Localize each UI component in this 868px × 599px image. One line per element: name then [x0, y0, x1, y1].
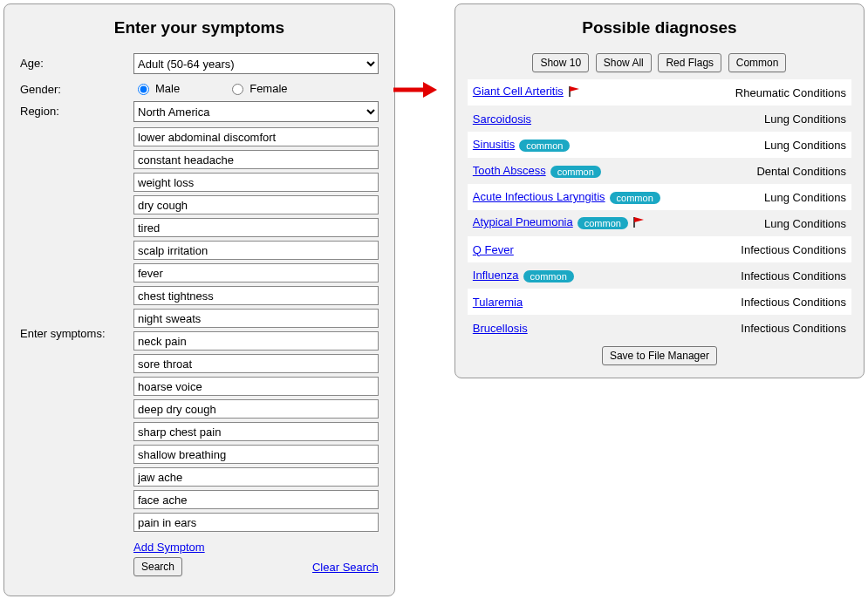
region-select[interactable]: North America — [133, 101, 379, 122]
region-label: Region: — [20, 101, 133, 118]
diagnoses-title: Possible diagnoses — [468, 18, 851, 37]
search-button[interactable]: Search — [133, 557, 182, 576]
filter-row: Show 10 Show All Red Flags Common — [468, 53, 851, 72]
symptom-input[interactable] — [133, 399, 379, 419]
diagnosis-row: Tooth AbscesscommonDental Conditions — [468, 158, 851, 184]
symptom-input[interactable] — [133, 286, 379, 305]
diagnosis-list: Giant Cell ArteritisRheumatic Conditions… — [468, 79, 851, 341]
diagnosis-category: Infectious Conditions — [741, 243, 846, 256]
diagnosis-link[interactable]: Tularemia — [473, 296, 523, 309]
symptoms-label: Enter symptoms: — [20, 323, 133, 340]
common-button[interactable]: Common — [728, 53, 787, 72]
symptom-input[interactable] — [133, 263, 379, 282]
symptom-list — [133, 127, 379, 535]
flag-icon — [632, 216, 646, 231]
svg-marker-3 — [570, 86, 579, 92]
gender-male-option[interactable]: Male — [133, 81, 180, 95]
symptom-input[interactable] — [133, 490, 379, 509]
symptom-input[interactable] — [133, 241, 379, 260]
clear-search-link[interactable]: Clear Search — [312, 561, 379, 574]
diagnosis-link[interactable]: Q Fever — [473, 243, 514, 256]
diagnosis-category: Dental Conditions — [756, 165, 846, 178]
diagnosis-row: SinusitiscommonLung Conditions — [468, 132, 851, 158]
diagnosis-row: Q FeverInfectious Conditions — [468, 236, 851, 262]
svg-marker-5 — [634, 217, 644, 222]
save-button[interactable]: Save to File Manager — [602, 346, 717, 365]
common-badge: common — [523, 270, 574, 282]
symptom-input[interactable] — [133, 309, 379, 328]
diagnosis-link[interactable]: Tooth Abscess — [473, 164, 546, 177]
gender-female-radio[interactable] — [232, 84, 243, 95]
show-10-button[interactable]: Show 10 — [532, 53, 589, 72]
diagnosis-category: Lung Conditions — [764, 191, 846, 204]
arrow-icon — [393, 80, 437, 99]
red-flags-button[interactable]: Red Flags — [658, 53, 721, 72]
symptom-input[interactable] — [133, 377, 379, 396]
add-symptom-link[interactable]: Add Symptom — [133, 541, 205, 554]
common-badge: common — [578, 217, 628, 229]
symptom-input[interactable] — [133, 467, 379, 487]
symptoms-panel: Enter your symptoms Age: Adult (50-64 ye… — [3, 3, 395, 596]
common-badge: common — [610, 192, 660, 204]
gender-male-radio[interactable] — [138, 84, 149, 95]
diagnosis-link[interactable]: Atypical Pneumonia — [473, 215, 573, 228]
show-all-button[interactable]: Show All — [596, 53, 652, 72]
diagnosis-row: SarcoidosisLung Conditions — [468, 106, 851, 132]
diagnosis-row: Atypical PneumoniacommonLung Conditions — [468, 210, 851, 236]
diagnosis-category: Lung Conditions — [764, 217, 846, 230]
diagnosis-link[interactable]: Influenza — [473, 269, 519, 282]
diagnosis-category: Rheumatic Conditions — [735, 86, 846, 99]
diagnosis-row: InfluenzacommonInfectious Conditions — [468, 262, 851, 289]
diagnosis-link[interactable]: Sarcoidosis — [473, 112, 531, 126]
symptom-input[interactable] — [133, 218, 379, 237]
diagnosis-category: Infectious Conditions — [741, 269, 846, 282]
symptom-input[interactable] — [133, 173, 379, 192]
diagnosis-link[interactable]: Sinusitis — [473, 138, 515, 151]
svg-marker-1 — [423, 82, 437, 98]
diagnosis-category: Lung Conditions — [764, 139, 846, 152]
diagnoses-panel: Possible diagnoses Show 10 Show All Red … — [455, 3, 865, 378]
symptom-input[interactable] — [133, 513, 379, 532]
diagnosis-link[interactable]: Giant Cell Arteritis — [473, 85, 564, 98]
diagnosis-row: Acute Infectious LaryngitiscommonLung Co… — [468, 184, 851, 210]
diagnosis-row: Giant Cell ArteritisRheumatic Conditions — [468, 79, 851, 106]
common-badge: common — [519, 140, 570, 152]
symptom-input[interactable] — [133, 195, 379, 214]
diagnosis-link[interactable]: Acute Infectious Laryngitis — [473, 190, 605, 203]
age-label: Age: — [20, 53, 133, 70]
symptom-input[interactable] — [133, 331, 379, 351]
diagnosis-category: Infectious Conditions — [741, 322, 846, 335]
symptom-input[interactable] — [133, 354, 379, 373]
common-badge: common — [550, 166, 601, 178]
symptoms-title: Enter your symptoms — [20, 18, 379, 37]
symptom-input[interactable] — [133, 127, 379, 146]
gender-female-option[interactable]: Female — [228, 81, 287, 95]
gender-label: Gender: — [20, 79, 133, 96]
age-select[interactable]: Adult (50-64 years) — [133, 53, 379, 74]
diagnosis-link[interactable]: Brucellosis — [473, 322, 528, 335]
flag-icon — [567, 85, 581, 100]
diagnosis-category: Infectious Conditions — [741, 296, 846, 309]
diagnosis-category: Lung Conditions — [764, 112, 846, 126]
diagnosis-row: TularemiaInfectious Conditions — [468, 289, 851, 315]
diagnosis-row: BrucellosisInfectious Conditions — [468, 315, 851, 341]
symptom-input[interactable] — [133, 445, 379, 464]
symptom-input[interactable] — [133, 422, 379, 441]
symptom-input[interactable] — [133, 150, 379, 169]
